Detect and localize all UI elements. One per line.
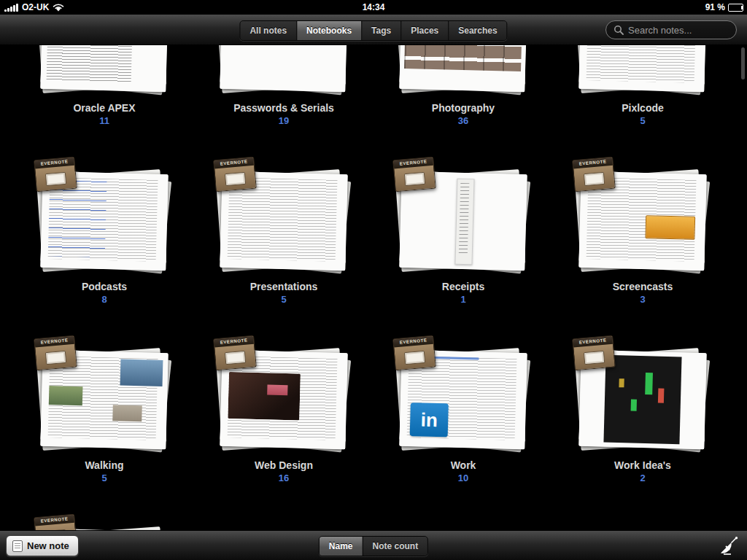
notebook-name: Walking bbox=[15, 459, 194, 471]
clock: 14:34 bbox=[0, 2, 747, 12]
evernote-clip-icon: EVERNOTE bbox=[392, 157, 436, 192]
notebook-item[interactable]: EVERNOTEWeb Design16 bbox=[194, 337, 374, 516]
notebook-item[interactable]: EVERNOTEPasswords & Serials19 bbox=[194, 45, 374, 158]
notebook-count: 19 bbox=[194, 115, 374, 126]
notebook-grid-viewport[interactable]: EVERNOTEOracle APEX11EVERNOTEPasswords &… bbox=[0, 45, 747, 530]
notebook-item[interactable]: EVERNOTEWork Idea's2 bbox=[553, 337, 732, 516]
note-page-front bbox=[578, 45, 706, 92]
clip-brand-label: EVERNOTE bbox=[34, 158, 74, 169]
notebook-thumbnail-stack: EVERNOTE bbox=[207, 45, 360, 98]
clip-note-tag bbox=[45, 172, 66, 186]
clip-brand-label: EVERNOTE bbox=[214, 158, 254, 169]
notebook-thumbnail-stack: EVERNOTE bbox=[387, 161, 540, 276]
clip-note-tag bbox=[404, 172, 425, 186]
note-page-front bbox=[399, 45, 527, 92]
notebook-thumbnail-stack: EVERNOTE bbox=[28, 161, 181, 276]
tab-notebooks[interactable]: Notebooks bbox=[297, 21, 362, 40]
notebook-count: 36 bbox=[374, 115, 553, 126]
clip-brand-label: EVERNOTE bbox=[214, 336, 254, 348]
tab-note-count[interactable]: Note count bbox=[363, 537, 428, 556]
clip-note-tag bbox=[225, 172, 246, 186]
note-preview bbox=[578, 45, 706, 92]
notebook-name: Podcasts bbox=[15, 281, 194, 292]
notebook-thumbnail-stack: EVERNOTE bbox=[28, 518, 181, 530]
tab-name[interactable]: Name bbox=[320, 537, 363, 556]
notebook-count: 11 bbox=[15, 115, 194, 126]
notebook-name: Screencasts bbox=[553, 281, 732, 292]
notebook-thumbnail-stack: EVERNOTE bbox=[28, 45, 181, 98]
clip-note-tag bbox=[584, 351, 605, 365]
new-note-label: New note bbox=[27, 540, 69, 551]
tab-tags[interactable]: Tags bbox=[362, 21, 401, 40]
notebook-name: Work bbox=[374, 459, 553, 471]
clip-brand-label: EVERNOTE bbox=[573, 158, 613, 169]
new-note-icon bbox=[12, 540, 23, 552]
note-page-front bbox=[220, 45, 347, 92]
notebook-count: 2 bbox=[553, 472, 732, 483]
note-preview bbox=[399, 45, 527, 92]
evernote-clip-icon: EVERNOTE bbox=[572, 157, 616, 192]
sort-tabs: NameNote count bbox=[319, 536, 428, 556]
notebook-item[interactable]: EVERNOTEPixlcode5 bbox=[553, 45, 732, 158]
search-field[interactable]: Search notes... bbox=[605, 20, 737, 39]
scroll-indicator[interactable] bbox=[741, 47, 745, 79]
notebook-name: Work Idea's bbox=[553, 459, 732, 471]
notebook-thumbnail-stack: EVERNOTE bbox=[207, 340, 360, 455]
notebook-count: 1 bbox=[374, 294, 553, 305]
clip-note-tag bbox=[45, 351, 66, 365]
evernote-clip-icon: EVERNOTE bbox=[572, 335, 616, 371]
notebook-count: 3 bbox=[553, 294, 732, 305]
search-icon bbox=[614, 25, 624, 35]
notebook-name: Pixlcode bbox=[553, 102, 732, 114]
note-preview bbox=[220, 45, 347, 92]
clip-brand-label: EVERNOTE bbox=[393, 336, 433, 348]
evernote-clip-icon: EVERNOTE bbox=[34, 514, 77, 530]
tab-searches[interactable]: Searches bbox=[449, 21, 506, 40]
notebook-thumbnail-stack: EVERNOTE bbox=[566, 45, 719, 98]
notebook-thumbnail-stack: EVERNOTE bbox=[387, 340, 540, 455]
notebook-item[interactable]: EVERNOTEPresentations5 bbox=[194, 158, 374, 337]
clip-brand-label: EVERNOTE bbox=[573, 336, 613, 348]
evernote-clip-icon: EVERNOTE bbox=[34, 157, 77, 192]
new-note-button[interactable]: New note bbox=[6, 535, 79, 556]
clip-brand-label: EVERNOTE bbox=[34, 336, 74, 348]
notebook-item[interactable]: EVERNOTEReceipts1 bbox=[374, 158, 553, 337]
notebook-name: Presentations bbox=[194, 281, 374, 292]
evernote-clip-icon: EVERNOTE bbox=[34, 335, 77, 371]
tab-places[interactable]: Places bbox=[401, 21, 449, 40]
notebook-name: Photography bbox=[374, 102, 553, 114]
notebook-item[interactable]: EVERNOTEWalking5 bbox=[15, 337, 194, 516]
notebook-count: 5 bbox=[194, 294, 374, 305]
note-preview bbox=[40, 45, 168, 92]
notebook-item[interactable]: EVERNOTEWork10 bbox=[374, 337, 553, 516]
notebook-thumbnail-stack: EVERNOTE bbox=[566, 161, 719, 276]
notebook-count: 16 bbox=[194, 472, 374, 483]
clip-note-tag bbox=[45, 529, 66, 530]
tab-all-notes[interactable]: All notes bbox=[240, 21, 297, 40]
notebook-item[interactable]: EVERNOTEScreencasts3 bbox=[553, 158, 732, 337]
satellite-sync-icon[interactable] bbox=[719, 537, 738, 555]
notebook-item[interactable]: EVERNOTEPodcasts8 bbox=[15, 158, 194, 337]
notebook-count: 10 bbox=[374, 472, 553, 483]
notebook-name: Web Design bbox=[194, 459, 374, 471]
note-page-front bbox=[40, 45, 168, 92]
notebook-item[interactable]: EVERNOTE bbox=[15, 516, 194, 530]
evernote-clip-icon: EVERNOTE bbox=[213, 335, 257, 371]
clip-note-tag bbox=[404, 351, 425, 365]
view-tabs: All notesNotebooksTagsPlacesSearches bbox=[239, 20, 507, 41]
battery-percent: 91 % bbox=[705, 2, 725, 12]
notebook-item[interactable]: EVERNOTEPhotography36 bbox=[374, 45, 553, 158]
evernote-clip-icon: EVERNOTE bbox=[213, 157, 257, 192]
notebook-thumbnail-stack: EVERNOTE bbox=[387, 45, 540, 98]
notebook-count: 5 bbox=[553, 115, 732, 126]
notebook-thumbnail-stack: EVERNOTE bbox=[28, 340, 181, 455]
notebook-name: Passwords & Serials bbox=[194, 102, 374, 114]
clip-brand-label: EVERNOTE bbox=[34, 515, 74, 526]
evernote-clip-icon: EVERNOTE bbox=[392, 335, 436, 371]
top-toolbar: All notesNotebooksTagsPlacesSearches Sea… bbox=[0, 15, 747, 45]
notebook-thumbnail-stack: EVERNOTE bbox=[207, 161, 360, 276]
notebook-grid: EVERNOTEOracle APEX11EVERNOTEPasswords &… bbox=[15, 45, 732, 530]
notebook-name: Receipts bbox=[374, 281, 553, 292]
notebook-item[interactable]: EVERNOTEOracle APEX11 bbox=[15, 45, 194, 158]
notebook-name: Oracle APEX bbox=[15, 102, 194, 114]
